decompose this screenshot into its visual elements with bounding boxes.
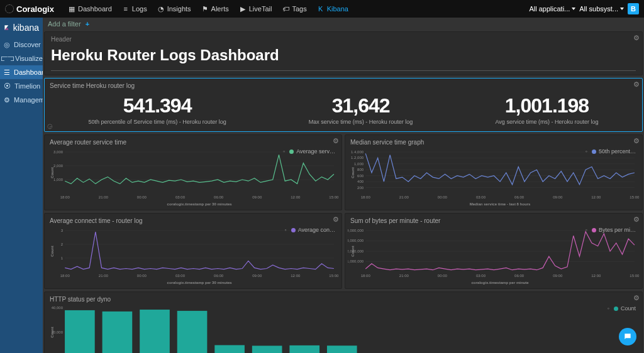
- gear-icon[interactable]: ⚙: [633, 294, 640, 302]
- bar[interactable]: [177, 311, 208, 353]
- svg-text:40,000: 40,000: [52, 306, 64, 310]
- page-title: Heroku Router Logs Dashboard: [51, 43, 636, 71]
- dashboard-icon: ☰: [4, 68, 10, 76]
- gear-icon[interactable]: ⚙: [633, 34, 640, 42]
- svg-text:09:00: 09:00: [553, 195, 563, 199]
- brand-icon: [5, 4, 14, 13]
- bar[interactable]: [289, 345, 319, 353]
- spy-icon[interactable]: ◶: [47, 122, 53, 129]
- bytes-per-minute-panel: Sum of bytes per minute - router ⚙ ◦Byte…: [345, 213, 643, 289]
- sidebar-item-visualize[interactable]: ⫍⫎Visualize: [0, 52, 43, 65]
- timelion-icon: ⦿: [4, 82, 11, 90]
- dropdown-label: All applicati...: [529, 5, 570, 13]
- main: Add a filter + Header ⚙ Heroku Router Lo…: [43, 18, 644, 353]
- filter-bar[interactable]: Add a filter +: [43, 18, 644, 30]
- svg-text:06:00: 06:00: [514, 195, 525, 199]
- svg-text:4,000,000: 4,000,000: [348, 229, 364, 232]
- gear-icon[interactable]: ⚙: [633, 137, 640, 145]
- user-avatar[interactable]: B: [628, 3, 639, 14]
- kibana-icon: [4, 23, 9, 33]
- nav-tags[interactable]: 🏷Tags: [277, 3, 311, 15]
- svg-text:18:00: 18:00: [361, 195, 371, 199]
- svg-text:03:00: 03:00: [175, 195, 186, 199]
- legend-label: Count: [621, 305, 636, 312]
- sidebar-item-timelion[interactable]: ⦿Timelion: [0, 79, 43, 93]
- gear-icon[interactable]: ⚙: [633, 215, 640, 224]
- svg-text:09:00: 09:00: [252, 195, 262, 199]
- svg-text:15:00: 15:00: [329, 274, 339, 278]
- http-status-panel: HTTP status per dyno ⚙ ◦Count 20,00040,0…: [44, 291, 643, 353]
- applications-dropdown[interactable]: All applicati...: [529, 5, 575, 13]
- nav-kibana[interactable]: KKibana: [312, 3, 353, 15]
- chevron-down-icon: [572, 8, 575, 10]
- legend-dot: [592, 228, 596, 232]
- gear-icon[interactable]: ⚙: [333, 137, 339, 145]
- sidebar-item-label: Visualize: [15, 55, 43, 62]
- nav-logs[interactable]: ≡Logs: [117, 3, 152, 15]
- discover-icon: ◎: [4, 41, 10, 48]
- svg-text:18:00: 18:00: [60, 195, 70, 199]
- svg-text:03:00: 03:00: [476, 195, 486, 199]
- bar[interactable]: [252, 345, 282, 353]
- svg-text:Count: Count: [50, 167, 54, 178]
- management-icon: ⚙: [4, 96, 10, 104]
- bar[interactable]: [103, 312, 133, 353]
- svg-text:12:00: 12:00: [591, 195, 601, 199]
- legend-dot: [592, 149, 596, 154]
- legend-label: Bytes per mi…: [599, 227, 636, 233]
- svg-text:15:00: 15:00: [630, 195, 640, 199]
- svg-text:3: 3: [61, 229, 64, 232]
- nav-alerts[interactable]: ⚑Alerts: [196, 3, 234, 15]
- kibana-icon: K: [317, 5, 325, 13]
- svg-text:Count: Count: [50, 327, 54, 337]
- bar[interactable]: [65, 310, 95, 353]
- chart-legend[interactable]: ◦Bytes per mi…: [586, 227, 636, 233]
- svg-text:Count: Count: [50, 246, 54, 256]
- svg-text:1,000: 1,000: [53, 178, 64, 182]
- bar[interactable]: [214, 345, 245, 353]
- add-filter-label: Add a filter: [48, 20, 81, 28]
- svg-text:coralogix.timestamp per 30 min: coralogix.timestamp per 30 minutes: [167, 202, 233, 206]
- svg-text:coralogix.timestamp per 30 min: coralogix.timestamp per 30 minutes: [167, 281, 233, 285]
- gear-icon[interactable]: ⚙: [633, 80, 640, 89]
- sidebar-item-discover[interactable]: ◎Discover: [0, 38, 43, 52]
- metric-value: 31,642: [309, 94, 413, 117]
- avg-service-panel: Average router service time ⚙ ◦Average s…: [44, 134, 342, 210]
- bar[interactable]: [140, 310, 170, 353]
- bar[interactable]: [327, 345, 357, 353]
- legend-label: 50th percent…: [599, 148, 636, 155]
- logs-icon: ≡: [122, 5, 130, 13]
- svg-text:200: 200: [357, 186, 364, 190]
- svg-text:800: 800: [357, 168, 364, 171]
- svg-text:18:00: 18:00: [361, 274, 371, 278]
- svg-text:06:00: 06:00: [514, 274, 525, 278]
- svg-text:12:00: 12:00: [591, 274, 601, 278]
- nav-livetail[interactable]: ▶LiveTail: [234, 3, 277, 15]
- svg-text:2,000,000: 2,000,000: [348, 249, 364, 253]
- svg-text:1,000: 1,000: [354, 162, 364, 166]
- svg-text:3,000: 3,000: [53, 150, 64, 154]
- line-chart: 1,000,0002,000,0003,000,0004,000,00018:0…: [348, 225, 640, 286]
- nav-dashboard[interactable]: ▦Dashboard: [63, 3, 117, 15]
- svg-text:15:00: 15:00: [329, 195, 339, 199]
- chat-fab[interactable]: [619, 328, 636, 345]
- dropdown-label: All subsyst...: [579, 5, 618, 13]
- kibana-brand: kibana: [0, 18, 43, 38]
- gear-icon[interactable]: ⚙: [333, 215, 339, 224]
- metric-value: 1,001.198: [496, 94, 599, 117]
- subsystems-dropdown[interactable]: All subsyst...: [579, 5, 624, 13]
- nav-label: LiveTail: [249, 5, 272, 13]
- line-chart: 2004006008001,0001.2,0001.4,00018:0021:0…: [348, 147, 640, 207]
- chart-legend[interactable]: ◦Average serv…: [283, 148, 335, 155]
- sidebar-item-dashboard[interactable]: ☰Dashboard: [0, 65, 43, 79]
- chart-legend[interactable]: ◦Average con…: [284, 227, 335, 233]
- svg-text:Median service time - last 8 h: Median service time - last 8 hours: [470, 202, 531, 206]
- sidebar-item-management[interactable]: ⚙Management: [0, 93, 43, 107]
- chart-legend[interactable]: ◦50th percent…: [586, 148, 636, 155]
- nav-insights[interactable]: ◔Insights: [152, 3, 196, 15]
- header-panel-label: Header: [51, 36, 72, 43]
- chart-legend[interactable]: ◦Count: [608, 305, 636, 312]
- svg-text:1.2,000: 1.2,000: [351, 156, 364, 160]
- metrics-panel: Service time Heroku router log ⚙ ◶ 541.3…: [44, 78, 643, 132]
- bar-chart: 20,00040,000 Count Dyno-name200, HTTP st…: [47, 304, 640, 353]
